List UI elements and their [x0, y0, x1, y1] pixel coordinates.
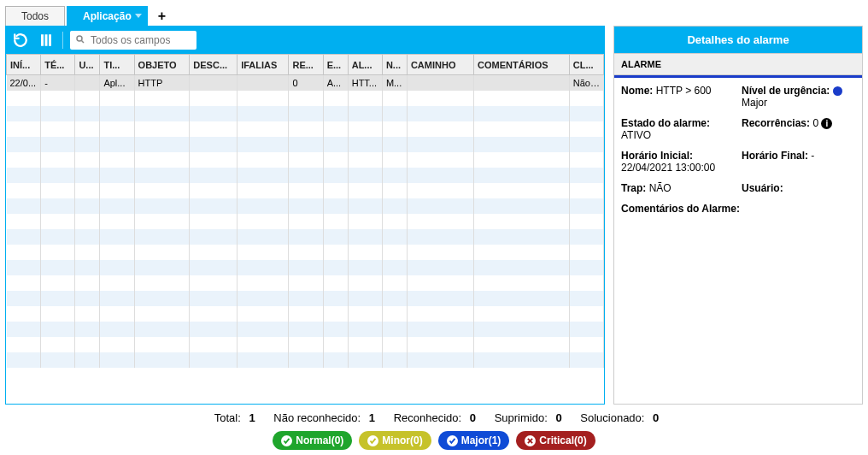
- table-cell: [474, 121, 570, 137]
- table-row[interactable]: [7, 291, 604, 306]
- column-header[interactable]: AL...: [348, 55, 382, 75]
- column-header[interactable]: OBJETO: [134, 55, 190, 75]
- table-row[interactable]: [7, 121, 604, 137]
- table-cell: [289, 214, 323, 229]
- table-row[interactable]: [7, 352, 604, 368]
- table-row[interactable]: [7, 152, 604, 168]
- table-cell: [75, 152, 100, 168]
- column-header[interactable]: U...: [75, 55, 100, 75]
- table-row[interactable]: [7, 322, 604, 337]
- table-cell: [100, 198, 134, 214]
- table-cell: [348, 91, 382, 106]
- table-cell: [41, 183, 75, 198]
- table-cell: [7, 91, 41, 106]
- table-cell: [407, 121, 473, 137]
- field-user: Usuário:: [742, 182, 855, 194]
- table-cell: [382, 291, 407, 306]
- table-cell: [382, 229, 407, 245]
- table-cell: [238, 214, 289, 229]
- tab-todos[interactable]: Todos: [5, 6, 65, 26]
- table-row[interactable]: [7, 337, 604, 352]
- table-row[interactable]: [7, 229, 604, 245]
- table-cell: [348, 322, 382, 337]
- column-header[interactable]: TÉ...: [41, 55, 75, 75]
- table-cell: [41, 137, 75, 152]
- table-row[interactable]: [7, 198, 604, 214]
- column-header[interactable]: RE...: [289, 55, 323, 75]
- badge-critical[interactable]: Critical(0): [516, 431, 595, 450]
- column-header[interactable]: N...: [382, 55, 407, 75]
- table-cell: [382, 106, 407, 121]
- table-cell: [238, 337, 289, 352]
- table-cell: [100, 291, 134, 306]
- info-icon[interactable]: i: [821, 118, 832, 129]
- table-cell: [190, 75, 238, 92]
- table-cell: [7, 291, 41, 306]
- table-row[interactable]: [7, 275, 604, 291]
- refresh-button[interactable]: [11, 31, 30, 50]
- table-cell: [348, 152, 382, 168]
- table-cell: [7, 137, 41, 152]
- table-row[interactable]: [7, 183, 604, 198]
- table-cell: [100, 91, 134, 106]
- column-header[interactable]: CAMINHO: [407, 55, 473, 75]
- table-cell: [7, 245, 41, 260]
- table-cell: [323, 306, 348, 322]
- tab-add-button[interactable]: +: [150, 7, 174, 26]
- field-name: Nome: HTTP > 600: [621, 85, 735, 109]
- svg-point-3: [77, 36, 82, 41]
- table-cell: HTTP: [134, 75, 190, 92]
- table-cell: [190, 306, 238, 322]
- table-row[interactable]: [7, 137, 604, 152]
- table-cell: [348, 214, 382, 229]
- table-row[interactable]: [7, 306, 604, 322]
- table-row[interactable]: [7, 245, 604, 260]
- table-row[interactable]: [7, 214, 604, 229]
- table-cell: [75, 260, 100, 275]
- table-cell: [75, 75, 100, 92]
- column-header[interactable]: E...: [323, 55, 348, 75]
- table-cell: [41, 152, 75, 168]
- table-cell: [323, 91, 348, 106]
- badge-normal[interactable]: Normal(0): [273, 431, 352, 450]
- columns-button[interactable]: [37, 31, 56, 50]
- footer-stats: Total: 1 Não reconhecido: 1 Reconhecido:…: [5, 411, 863, 424]
- table-cell: [7, 229, 41, 245]
- table-cell: [569, 245, 603, 260]
- column-header[interactable]: COMENTÁRIOS: [474, 55, 570, 75]
- column-header[interactable]: IFALIAS: [238, 55, 289, 75]
- table-cell: [569, 352, 603, 368]
- table-cell: [7, 275, 41, 291]
- table-cell: [100, 352, 134, 368]
- table-row[interactable]: [7, 168, 604, 183]
- column-header[interactable]: INÍ...: [7, 55, 41, 75]
- table-cell: [7, 168, 41, 183]
- table-cell: [474, 260, 570, 275]
- table-cell: [41, 198, 75, 214]
- table-cell: [238, 152, 289, 168]
- table-cell: [569, 121, 603, 137]
- table-cell: Apl...: [100, 75, 134, 92]
- table-row[interactable]: [7, 260, 604, 275]
- table-cell: [134, 229, 190, 245]
- tab-aplicacao[interactable]: Aplicação: [67, 6, 148, 26]
- table-cell: [289, 198, 323, 214]
- table-cell: [75, 322, 100, 337]
- search-input[interactable]: [89, 33, 191, 47]
- table-row[interactable]: [7, 106, 604, 121]
- column-header[interactable]: TI...: [100, 55, 134, 75]
- column-header[interactable]: CL...: [569, 55, 603, 75]
- badge-major[interactable]: Major(1): [438, 431, 510, 450]
- table-cell: [75, 291, 100, 306]
- table-cell: [41, 106, 75, 121]
- table-cell: [474, 91, 570, 106]
- table-cell: [238, 198, 289, 214]
- search-box[interactable]: [70, 31, 196, 50]
- alarms-grid: INÍ...TÉ...U...TI...OBJETODESC...IFALIAS…: [6, 54, 604, 404]
- column-header[interactable]: DESC...: [190, 55, 238, 75]
- badge-minor[interactable]: Minor(0): [359, 431, 431, 450]
- table-row[interactable]: [7, 91, 604, 106]
- table-row[interactable]: 22/0...-Apl...HTTP0A...HTT...M...Não ...: [7, 75, 604, 92]
- table-cell: [7, 106, 41, 121]
- table-cell: [569, 337, 603, 352]
